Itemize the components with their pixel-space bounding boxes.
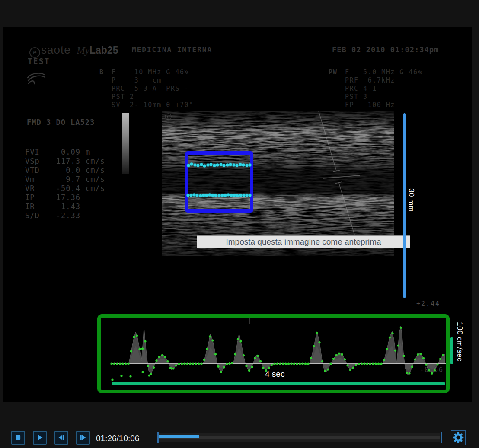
patient-id: TEST (28, 57, 50, 66)
product-name-lab: Lab25 (89, 44, 118, 56)
sweep-cursor-line (250, 297, 250, 315)
step-back-button[interactable] (54, 431, 68, 445)
time-scale-bar (112, 382, 445, 385)
exam-datetime: FEB 02 2010 01:02:34pm (332, 45, 439, 54)
progress-fill (159, 435, 199, 438)
velocity-max-value: +2.44 (416, 300, 440, 308)
bmode-label: B (99, 68, 104, 76)
stop-button[interactable] (11, 431, 25, 445)
esaote-logo: esaoteMyLab25 (29, 43, 118, 57)
velocity-scale-bar (450, 337, 453, 364)
measurement-row: Vm9.7cm/s (25, 175, 105, 184)
pw-params-lines: F 5.0 MHz G 46% PRF 6.7kHz PRC 4-1 PST 3… (345, 68, 422, 109)
measurement-row: IR1.43 (25, 202, 105, 211)
gear-icon (452, 431, 465, 444)
set-preview-tooltip: Imposta questa immagine come anteprima (197, 235, 410, 248)
step-forward-icon (78, 433, 88, 442)
play-icon (35, 433, 45, 442)
tooltip-text: Imposta questa immagine come anteprima (226, 237, 381, 247)
progress-stripe (159, 436, 440, 439)
measurement-row: FVI0.09m (25, 148, 105, 157)
progress-bar[interactable] (157, 432, 442, 443)
time-scale-label: 4 sec (265, 369, 284, 379)
measurement-row: VR-50.4cm/s (25, 184, 105, 193)
b-params-lines: F 10 MHz G 46% P 3 cm PRC 5-3-A PRS - PS… (112, 68, 194, 109)
play-button[interactable] (33, 431, 47, 445)
ultrasound-player-window: esaoteMyLab25 TEST MEDICINA INTERNA FEB … (0, 0, 479, 448)
logo-text: saote (41, 43, 71, 57)
step-forward-button[interactable] (76, 431, 90, 445)
pwmode-label: PW (329, 68, 337, 76)
measurement-row: VTD0.0cm/s (25, 166, 105, 175)
svg-text:e: e (167, 114, 169, 119)
settings-button[interactable] (451, 430, 466, 445)
step-back-icon (57, 433, 66, 442)
measurement-row: VSp117.3cm/s (25, 157, 105, 166)
time-display: 01:26/10:06 (96, 434, 139, 443)
grayscale-bar (122, 113, 129, 174)
freeze-measure-label: FMD 3 DO LA523 (27, 118, 95, 127)
probe-icon (26, 71, 47, 88)
exam-type: MEDICINA INTERNA (132, 45, 212, 54)
progress-end-tick (441, 432, 442, 443)
depth-scale-line (403, 113, 406, 298)
progress-start-tick (157, 432, 159, 443)
measurement-row: S/D-2.33 (25, 211, 105, 220)
measurements-list: FVI0.09mVSp117.3cm/sVTD0.0cm/sVm9.7cm/sV… (25, 148, 105, 220)
stop-icon (13, 433, 23, 442)
measurement-row: IP17.36 (25, 193, 105, 202)
velocity-scale-label: 100 cm/sec (455, 322, 464, 362)
product-name-my: My (77, 45, 89, 56)
fmd-roi-box (185, 151, 253, 213)
depth-scale-label: 30 mm (407, 188, 415, 212)
